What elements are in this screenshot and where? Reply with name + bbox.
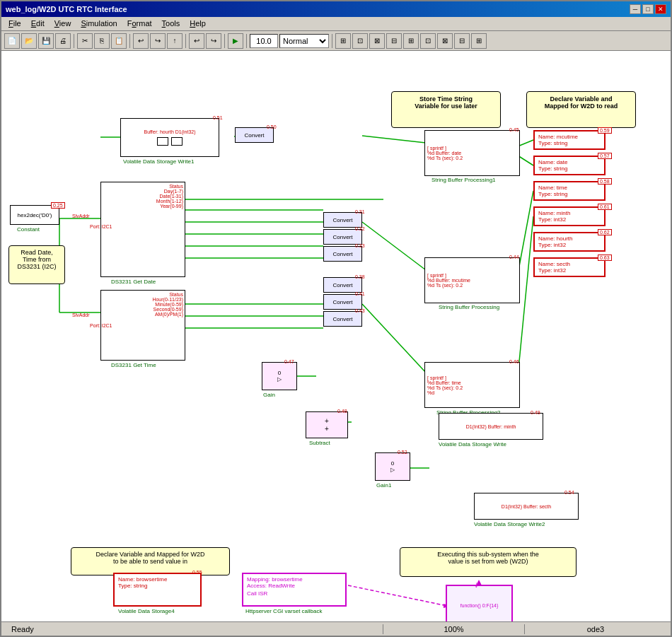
undo2-button[interactable]: ↩ [189, 33, 204, 49]
string-buf1-block[interactable]: [ sprintf ] %d Buffer: date %d Ts (sec):… [424, 130, 520, 176]
volatile-write1-block[interactable]: Buffer: hourth D1(int32) [120, 118, 219, 157]
icon4-button[interactable]: ⊟ [386, 33, 402, 49]
close-button[interactable]: ✕ [655, 4, 666, 14]
convert4-block[interactable]: Convert [323, 246, 362, 262]
toolbar: 📄 📂 💾 🖨 ✂ ⎘ 📋 ↩ ↪ ↑ ↩ ↪ ▶ Normal Fast ⊞ … [1, 31, 671, 51]
svg-line-12 [362, 136, 426, 143]
separator-2 [129, 34, 130, 48]
ds3231-date-port: Port: I2C1 [90, 224, 112, 229]
status-solver: ode3 [525, 624, 666, 634]
maximize-button[interactable]: □ [642, 4, 654, 14]
svg-line-17 [518, 191, 533, 274]
string-buf3-badge: 0.46 [509, 359, 519, 364]
function-call-block[interactable]: function() 0:F{14} [446, 585, 513, 621]
convert3-badge: 0.32 [355, 226, 365, 231]
menu-file[interactable]: File [4, 18, 25, 29]
separator-1 [74, 34, 74, 48]
icon7-button[interactable]: ⊠ [437, 33, 453, 49]
menu-edit[interactable]: Edit [27, 18, 49, 29]
volatile-write2-block[interactable]: D1(Int32) Buffer: secth [474, 493, 579, 520]
convert1-block[interactable]: Convert [235, 127, 274, 143]
constant-value: hex2dec('D0') [18, 212, 52, 218]
paste-button[interactable]: 📋 [111, 33, 127, 49]
icon2-button[interactable]: ⊡ [352, 33, 368, 49]
store-time-text: Store Time StringVariable for use later [415, 95, 477, 110]
icon6-button[interactable]: ⊡ [420, 33, 436, 49]
gain1-block[interactable]: 0▷ [375, 452, 410, 481]
menu-format[interactable]: Format [123, 18, 156, 29]
title-controls: ─ □ ✕ [630, 4, 666, 14]
var-minth-box: Name: minth Type: int32 [533, 206, 606, 226]
declare-var-send-annotation: Declare Variable and Mapped for W2Dto be… [71, 547, 230, 575]
string-buf2-block[interactable]: [ sprintf ] %d Buffer: mcutime %d Ts (se… [424, 257, 520, 303]
httpserver-call: Call ISR [247, 590, 342, 597]
separator-3 [185, 34, 186, 48]
new-button[interactable]: 📄 [4, 33, 20, 49]
svg-line-28 [348, 585, 447, 606]
volatile-write1-icons [157, 137, 183, 146]
save-button[interactable]: 💾 [38, 33, 54, 49]
convert3-block[interactable]: Convert [323, 229, 362, 245]
menu-tools[interactable]: Tools [158, 18, 185, 29]
gain1-badge: 0.52 [398, 450, 407, 455]
var-secth-badge: 0.63 [598, 255, 612, 261]
read-date-time-text: Read Date,Time fromDS3231 (I2C) [17, 249, 56, 270]
icon8-button[interactable]: ⊟ [454, 33, 470, 49]
ds3231-time-slvaddr: SlvAddr [72, 312, 90, 317]
convert5-block[interactable]: Convert [323, 277, 362, 293]
convert6-block[interactable]: Convert [323, 294, 362, 310]
play-button[interactable]: ▶ [228, 33, 243, 49]
subtract-block[interactable]: ++ [306, 411, 348, 438]
var-time-box: Name: time Type: string [533, 181, 606, 201]
gain-block[interactable]: 0▷ [262, 362, 297, 390]
volatile-storage4-name: Name: browsertime [118, 576, 197, 583]
convert7-block[interactable]: Convert [323, 311, 362, 327]
convert2-block[interactable]: Convert [323, 212, 362, 228]
httpserver-block[interactable]: Mapping: browsertime Access: ReadWrite C… [242, 573, 347, 607]
icon5-button[interactable]: ⊞ [403, 33, 419, 49]
volatile-write1-content: Buffer: hourth D1(int32) [144, 129, 195, 134]
read-date-time-annotation: Read Date,Time fromDS3231 (I2C) [8, 245, 65, 284]
title-bar: web_log/W2D UTC RTC Interface ─ □ ✕ [1, 1, 671, 17]
menu-simulation[interactable]: Simulation [76, 18, 121, 29]
icon9-button[interactable]: ⊞ [471, 33, 487, 49]
volatile-write-minth-block[interactable]: D1(Int32) Buffer: minth [439, 413, 543, 440]
simulink-canvas[interactable]: Store Time StringVariable for use later … [1, 51, 671, 621]
ds3231-time-block[interactable]: Status Hour(0-11/23) Minute(0-59) Second… [100, 290, 185, 361]
gain-badge: 0.47 [284, 359, 294, 364]
executing-subsystem-annotation: Executing this sub-system when thevalue … [400, 547, 577, 577]
open-button[interactable]: 📂 [21, 33, 37, 49]
speed-input[interactable] [250, 34, 278, 48]
menu-help[interactable]: Help [185, 18, 210, 29]
print-button[interactable]: 🖨 [55, 33, 71, 49]
undo-button[interactable]: ↩ [133, 33, 149, 49]
redo2-button[interactable]: ↪ [206, 33, 221, 49]
ds3231-time-port-labels: Status Hour(0-11/23) Minute(0-59) Second… [103, 292, 183, 317]
icon3-button[interactable]: ⊠ [369, 33, 385, 49]
separator-6 [332, 34, 332, 48]
volatile-storage4-block[interactable]: Name: browsertime Type: string [113, 573, 202, 607]
buffer-icon-2 [171, 137, 183, 146]
httpserver-mapping: Mapping: browsertime [247, 576, 342, 583]
volatile-write2-badge: 0.54 [564, 490, 574, 495]
ds3231-date-block[interactable]: Status Day(1-7) Date(1-31) Month(1-12) Y… [100, 182, 185, 277]
icon1-button[interactable]: ⊞ [335, 33, 351, 49]
volatile-write1-badge: 0.51 [213, 115, 223, 120]
var-secth-box: Name: secth Type: int32 [533, 257, 606, 277]
cut-button[interactable]: ✂ [77, 33, 93, 49]
string-buf3-block[interactable]: [ sprintf ] %d Buffer: time %d Ts (sec):… [424, 362, 520, 408]
var-secth-name: Name: secth [538, 261, 601, 267]
var-secth-type: Type: int32 [538, 267, 601, 274]
mode-select[interactable]: Normal Fast [279, 34, 329, 48]
string-buf2-label: String Buffer Processing [439, 304, 499, 310]
string-buf2-content: [ sprintf ] [427, 273, 446, 278]
status-ready: Ready [6, 624, 383, 634]
redo-button[interactable]: ↪ [150, 33, 166, 49]
var-mcutime-badge: 0.59 [598, 127, 612, 134]
minimize-button[interactable]: ─ [630, 4, 641, 14]
svg-line-15 [518, 140, 533, 146]
volatile-write-minth-badge: 0.49 [531, 410, 540, 415]
copy-button[interactable]: ⎘ [94, 33, 110, 49]
up-button[interactable]: ↑ [167, 33, 183, 49]
menu-view[interactable]: View [50, 18, 76, 29]
